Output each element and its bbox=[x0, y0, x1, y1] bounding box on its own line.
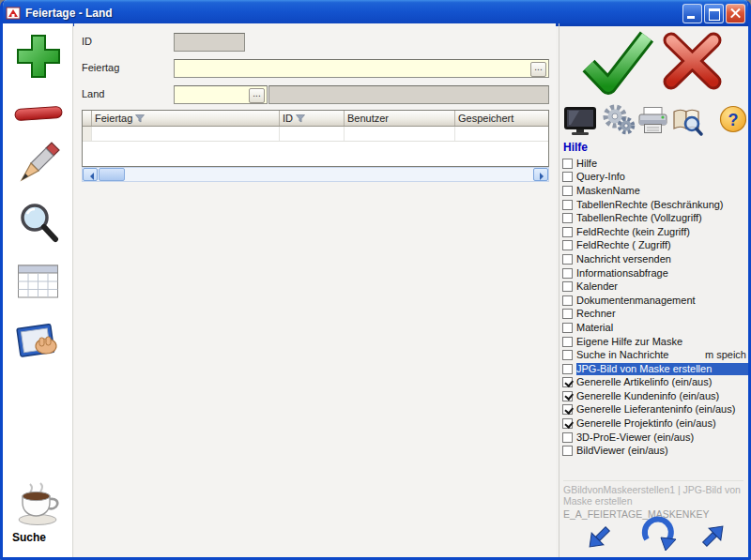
help-item-5[interactable]: FeldRechte (kein Zugriff) bbox=[562, 225, 748, 239]
settings-button[interactable] bbox=[602, 104, 636, 140]
cell-gespeichert bbox=[455, 127, 548, 141]
edit-button[interactable] bbox=[3, 138, 73, 189]
help-item-6[interactable]: FeldRechte ( Zugriff) bbox=[562, 239, 748, 253]
cell-benutzer bbox=[345, 127, 455, 141]
checkbox[interactable] bbox=[562, 172, 573, 182]
help-item-label: TabellenRechte (Beschränkung) bbox=[576, 199, 748, 211]
checkbox[interactable] bbox=[562, 295, 573, 306]
add-button[interactable] bbox=[3, 31, 73, 82]
scroll-right-button[interactable] bbox=[533, 168, 548, 181]
help-item-label: FeldRechte ( Zugriff) bbox=[576, 239, 748, 251]
checkbox[interactable] bbox=[562, 159, 573, 169]
checkbox[interactable] bbox=[562, 391, 573, 401]
search-button[interactable] bbox=[3, 200, 73, 247]
help-panel-title: Hilfe bbox=[563, 141, 588, 154]
help-item-1[interactable]: Query-Info bbox=[562, 171, 748, 185]
back-button[interactable] bbox=[583, 522, 615, 557]
column-header-gespeichert[interactable]: Gespeichert bbox=[455, 111, 548, 126]
land-lookup-button[interactable]: ... bbox=[249, 88, 265, 103]
help-item-label: 3D-ProE-Viewer (ein/aus) bbox=[576, 431, 748, 444]
pencil-icon bbox=[15, 138, 62, 189]
land-display-field bbox=[268, 85, 549, 104]
help-item-13[interactable]: Eigene Hilfe zur Maske bbox=[562, 335, 748, 349]
title-bar[interactable]: Feiertage - Land bbox=[0, 0, 751, 26]
refresh-button[interactable] bbox=[639, 514, 679, 557]
checkbox[interactable] bbox=[562, 268, 573, 279]
help-button[interactable]: ? bbox=[719, 105, 747, 137]
delete-button[interactable] bbox=[3, 101, 73, 126]
minimize-button[interactable] bbox=[682, 4, 702, 23]
table-header: Feiertag ID Benutzer Gespeichert bbox=[83, 111, 548, 127]
help-item-16[interactable]: Generelle Artikelinfo (ein/aus) bbox=[562, 376, 748, 390]
ok-button[interactable] bbox=[579, 26, 654, 101]
help-item-21[interactable]: BildViewer (ein/aus) bbox=[562, 444, 748, 458]
help-item-8[interactable]: Informationsabfrage bbox=[562, 266, 748, 280]
column-header-id[interactable]: ID bbox=[280, 111, 345, 126]
checkbox[interactable] bbox=[562, 364, 573, 374]
checkbox[interactable] bbox=[562, 240, 573, 250]
column-label: ID bbox=[283, 113, 293, 124]
help-item-3[interactable]: TabellenRechte (Beschränkung) bbox=[562, 198, 748, 212]
help-item-18[interactable]: Generelle Lieferanteninfo (ein/aus) bbox=[562, 403, 748, 417]
help-item-label: Generelle Lieferanteninfo (ein/aus) bbox=[576, 403, 748, 416]
calendar-icon bbox=[17, 263, 60, 300]
checkbox[interactable] bbox=[562, 186, 573, 196]
help-item-20[interactable]: 3D-ProE-Viewer (ein/aus) bbox=[562, 431, 748, 445]
x-icon bbox=[659, 29, 725, 93]
results-table: Feiertag ID Benutzer Gespeichert bbox=[82, 110, 549, 167]
help-item-label: Material bbox=[576, 322, 748, 334]
help-item-15[interactable]: JPG-Bild von Maske erstellen bbox=[562, 362, 748, 376]
checkbox[interactable] bbox=[562, 254, 573, 265]
help-item-label: Hilfe bbox=[576, 158, 748, 170]
land-field[interactable]: ... bbox=[174, 85, 268, 104]
feiertag-field[interactable]: ... bbox=[174, 59, 549, 78]
maximize-button[interactable] bbox=[704, 4, 724, 23]
scroll-left-button[interactable] bbox=[83, 168, 98, 181]
cancel-button[interactable] bbox=[659, 29, 725, 97]
checkbox[interactable] bbox=[562, 377, 573, 387]
column-label: Feiertag bbox=[95, 113, 132, 124]
checkbox[interactable] bbox=[562, 337, 573, 347]
checkbox[interactable] bbox=[562, 323, 573, 333]
help-checkbox-list: Hilfe Query-Info MaskenName TabellenRech… bbox=[562, 157, 748, 458]
checkbox[interactable] bbox=[562, 213, 573, 223]
checkbox[interactable] bbox=[562, 309, 573, 319]
checkbox[interactable] bbox=[562, 227, 573, 237]
checkbox[interactable] bbox=[562, 446, 573, 456]
help-item-19[interactable]: Generelle Projektinfo (ein/aus) bbox=[562, 416, 748, 431]
coffee-button[interactable] bbox=[3, 480, 73, 527]
help-item-11[interactable]: Rechner bbox=[562, 308, 748, 322]
close-button[interactable] bbox=[726, 4, 745, 23]
coffee-cup-icon bbox=[15, 480, 62, 527]
checkbox[interactable] bbox=[562, 350, 573, 360]
help-item-12[interactable]: Material bbox=[562, 321, 748, 335]
help-item-9[interactable]: Kalender bbox=[562, 280, 748, 294]
help-item-17[interactable]: Generelle Kundeninfo (ein/aus) bbox=[562, 389, 748, 403]
help-item-4[interactable]: TabellenRechte (Vollzugriff) bbox=[562, 211, 748, 225]
print-button[interactable] bbox=[637, 106, 668, 139]
checkbox[interactable] bbox=[562, 281, 573, 292]
checkbox[interactable] bbox=[562, 404, 573, 415]
checkbox[interactable] bbox=[562, 200, 573, 210]
lookup-button[interactable] bbox=[671, 105, 703, 140]
scroll-thumb[interactable] bbox=[99, 168, 125, 181]
screen-button[interactable] bbox=[562, 105, 598, 141]
browse-button[interactable] bbox=[3, 317, 73, 364]
checkbox[interactable] bbox=[562, 418, 573, 429]
help-item-2[interactable]: MaskenName bbox=[562, 184, 748, 198]
help-item-7[interactable]: Nachricht versenden bbox=[562, 252, 748, 266]
help-item-10[interactable]: Dokumentenmanagement bbox=[562, 294, 748, 308]
id-label: ID bbox=[82, 36, 92, 47]
calendar-button[interactable] bbox=[3, 263, 73, 300]
feiertag-lookup-button[interactable]: ... bbox=[530, 62, 546, 77]
help-item-14[interactable]: Suche in Nachrichte m speich bbox=[562, 348, 748, 362]
row-selector-cell[interactable] bbox=[83, 127, 92, 141]
monitor-icon bbox=[562, 105, 598, 137]
checkbox[interactable] bbox=[562, 432, 573, 443]
column-header-feiertag[interactable]: Feiertag bbox=[92, 111, 280, 126]
window-title: Feiertage - Land bbox=[25, 7, 678, 20]
table-row[interactable] bbox=[83, 127, 548, 142]
column-header-benutzer[interactable]: Benutzer bbox=[345, 111, 455, 126]
forward-button[interactable] bbox=[697, 520, 729, 555]
help-item-0[interactable]: Hilfe bbox=[562, 157, 748, 171]
